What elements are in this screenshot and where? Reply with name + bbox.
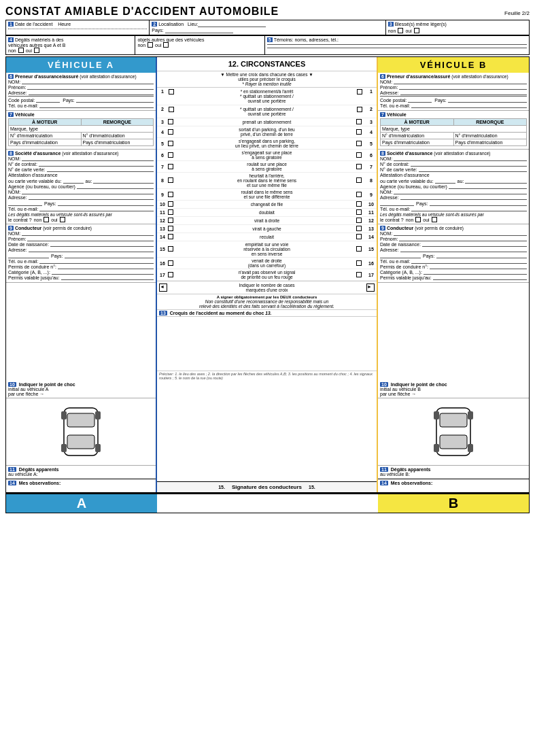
circ-cb-14b[interactable] [356,234,362,239]
sec6a-section: 6Preneur d'assurance/assuré (voir attest… [6,73,156,111]
circ-cb-6b[interactable] [356,152,362,158]
circ-item-13: 13 virait à gauche 13 [157,225,377,233]
circ-cb-10a[interactable] [168,201,173,207]
sign-note3: relevé des identités et des faits servan… [159,304,375,309]
sec8b-oui: oui [423,218,429,222]
blesse-non-cb[interactable] [398,28,403,33]
circ-cb-17a[interactable] [168,272,173,277]
circ-cb-2a[interactable] [169,107,174,112]
circ-cb-8b[interactable] [356,177,362,183]
circ-cb-7b[interactable] [356,164,362,169]
sec8b-contrat2: le contrat ? [380,218,404,222]
circ-cb-16b[interactable] [356,260,362,266]
degats2-oui-label: oui [155,43,161,48]
circ-cb-5a[interactable] [168,141,173,146]
sec14b-num: 14 [380,481,388,485]
circ-cb-9b[interactable] [356,192,362,197]
circ-text-10: changeait de file [177,202,356,207]
marker-box-a: ◄ [159,284,167,292]
circ-text-13: virait à gauche [177,226,356,231]
circ-cb-9a[interactable] [168,192,173,197]
circ-cb-13b[interactable] [356,226,362,231]
circ-cb-5b[interactable] [356,141,362,146]
sec8b-non-cb[interactable] [415,217,421,222]
blesse-oui-cb[interactable] [414,28,419,33]
sec8b-num: 8 [380,151,385,156]
circ-cb-16a[interactable] [168,260,173,266]
croq-note: Préciser: 1. le lieu des axes ; 2. la di… [157,371,377,381]
bottom-layout: 10 Indiquer le point de choc initial au … [5,381,530,493]
degats-non-cb[interactable] [18,48,24,53]
svg-rect-12 [434,444,439,452]
marque-cell: Marque, type [9,126,154,133]
immat-a2: N° d'immatriculation [81,133,154,139]
sec8b-valable: ou carte verte valable du: [380,179,434,184]
circ-cb-4a[interactable] [168,129,173,135]
sec9b-permis: Permis de conduire n°: [380,264,428,269]
circ-cb-3a[interactable] [168,119,173,124]
croquis-area[interactable] [157,317,377,371]
svg-rect-4 [95,411,101,419]
sec8b-section: 8Société d'assurance (voir attestation d… [378,150,529,224]
sec10a-num: 10 [8,382,16,387]
sec8a-oui-cb[interactable] [60,217,65,222]
circ-cb-6a[interactable] [168,152,173,158]
circ-text-11: doublait [177,210,356,215]
sec7b-table: À MOTEUR REMORQUE Marque, type N° d'imma… [380,118,527,146]
sec13-note: 13. [265,311,271,315]
sec9a-nom: NOM: [8,231,20,236]
circ-cb-2b[interactable] [357,107,362,112]
circ-cb-4b[interactable] [356,129,362,135]
circ-cb-8a[interactable] [168,177,173,183]
circ-cb-13a[interactable] [168,226,173,231]
degats-sub1: véhicules autres que A et B [8,43,133,48]
vehicle-b-header: VÉHICULE B [378,57,529,73]
sec6a-nom: NOM: [8,80,20,84]
circ-cb-3b[interactable] [356,119,362,124]
croquis-draw-area[interactable] [157,381,377,481]
circ-cb-11a[interactable] [168,209,173,215]
sec8b-adresse2: Adresse: [380,195,399,200]
circ-cb-11b[interactable] [356,209,362,215]
sig15-label: Signature des conducteurs [232,484,302,490]
svg-rect-5 [61,444,67,452]
svg-rect-3 [61,411,67,419]
blesse-non-label: non [388,29,396,33]
circ-num-6a: 6 [157,153,168,158]
sec8a-note: (voir attestation d'assurance) [62,151,118,156]
vehicle-a-header: VÉHICULE A [6,57,156,73]
sec10a-arrow: par une flèche → [8,392,44,396]
circ-cb-1b[interactable] [357,89,362,94]
sec8a-adresse2: Adresse: [8,195,27,200]
degats-oui-cb[interactable] [34,48,39,53]
sec8a-nom: NOM: [8,156,20,161]
circ-num-3a: 3 [157,120,168,124]
circ-cb-12b[interactable] [356,218,362,223]
circ-item-10: 10 changeait de file 10 [157,201,377,209]
circ-num-3b: 3 [366,120,377,124]
circ-cb-15b[interactable] [356,246,362,252]
circ-num-13b: 13 [366,226,377,231]
degats2-non-cb[interactable] [148,42,153,48]
circ-cb-14a[interactable] [168,234,173,239]
sec6a-note: (voir attestation d'assurance) [80,74,136,79]
circ-item-6: 6 s'engageait sur une placeà sens girato… [157,150,377,161]
degats2-oui-cb[interactable] [163,42,169,48]
pays-immat-a: Pays d'immatriculation [9,139,82,146]
circ-num-10b: 10 [366,202,377,207]
sec8a-non: non [34,218,42,222]
sec8a-non-cb[interactable] [44,217,49,222]
sec8b-oui-cb[interactable] [432,217,437,222]
circ-item-9: 9 roulait dans le même senset sur une fi… [157,189,377,201]
circ-cb-10b[interactable] [356,201,362,207]
svg-rect-8 [440,413,467,427]
circ-cb-15a[interactable] [168,246,173,252]
circ-cb-17b[interactable] [356,272,362,277]
circ-cb-1a[interactable] [169,89,174,94]
sec9a-section: 9Conducteur (voir permis de conduire) NO… [6,224,156,283]
degats-label: Dégâts matériels à des [15,37,64,42]
circ-instr1: ▼ Mettre une croix dans chacune des case… [160,72,374,77]
circ-cb-7a[interactable] [168,164,173,169]
circ-cb-12a[interactable] [168,218,173,223]
circ-num-2b: 2 [366,105,377,118]
